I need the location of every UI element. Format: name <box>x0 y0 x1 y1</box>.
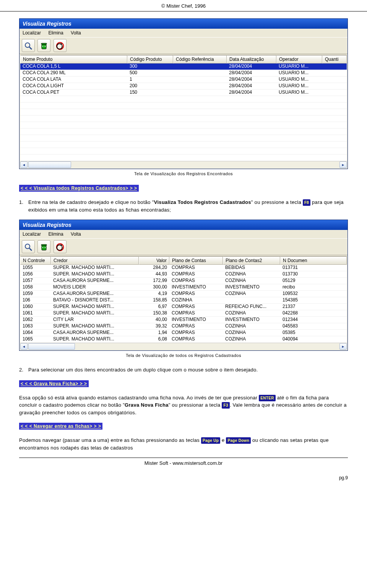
col-valor[interactable]: Valor <box>139 256 169 265</box>
table-row[interactable]: 1060SUPER. MACHADO MARTI...6,97COMPRASRE… <box>20 304 347 310</box>
table-row[interactable]: 1056SUPER. MACHADO MARTI...44,93COMPRASC… <box>20 271 347 278</box>
svg-line-1 <box>29 47 32 49</box>
col-plano-contas2[interactable]: Plano de Contas2 <box>223 256 280 265</box>
menu-elimina[interactable]: Elimina <box>48 231 63 237</box>
localizar-button[interactable] <box>22 240 35 253</box>
table-row[interactable] <box>20 155 347 161</box>
volta-button[interactable] <box>54 39 67 52</box>
section-navegar: < < < Navegar entre as fichas> > > <box>19 423 102 430</box>
scroll-thumb[interactable] <box>28 343 75 350</box>
scroll-right-button[interactable]: ► <box>339 343 347 350</box>
col-credor[interactable]: Credor <box>51 256 139 265</box>
menu-localizar[interactable]: Localizar <box>23 231 41 237</box>
table-row[interactable] <box>20 103 347 109</box>
table-cell: recibo <box>280 284 347 290</box>
table-row[interactable] <box>20 122 347 129</box>
table-cell: 300,00 <box>139 284 169 290</box>
table-row[interactable]: COCA COLA PET15028/04/2004USUARIO M... <box>20 90 347 96</box>
col-n-documen[interactable]: N Documen <box>280 256 347 265</box>
scroll-left-button[interactable]: ◄ <box>20 343 28 350</box>
col-codigo-referencia[interactable]: Código Referência <box>173 55 227 64</box>
col-quanti[interactable]: Quanti <box>322 55 347 64</box>
table-cell: 1059 <box>20 291 51 297</box>
table-row[interactable]: 1057CASA AURORA SUPERME...172,99COMPRASC… <box>20 278 347 284</box>
grid-scrollbar-h[interactable]: ◄ ► <box>20 343 347 350</box>
scroll-track[interactable] <box>75 344 339 349</box>
col-plano-contas[interactable]: Plano de Contas <box>169 256 223 265</box>
scroll-right-button[interactable]: ► <box>339 161 347 168</box>
table-cell: 500 <box>127 70 173 76</box>
table-cell <box>322 116 347 122</box>
table-row[interactable]: 1058MOVEIS LIDER300,00INVESTIMENTOINVEST… <box>20 284 347 291</box>
table-cell: 28/04/2004 <box>227 77 276 83</box>
svg-rect-2 <box>42 44 46 49</box>
table-cell <box>322 109 347 115</box>
table-cell <box>322 155 347 161</box>
scroll-thumb[interactable] <box>28 161 71 168</box>
table-row[interactable]: COCA COLA 1,5 L30028/04/2004USUARIO M... <box>20 64 347 70</box>
table-row[interactable]: COCA COLA LATA128/04/2004USUARIO M... <box>20 77 347 83</box>
table-row[interactable] <box>20 109 347 116</box>
table-row[interactable]: 1063SUPER. MACHADO MARTI...39,32COMPRASC… <box>20 323 347 330</box>
table-cell: COMPRAS <box>169 271 223 277</box>
col-operador[interactable]: Operador <box>276 55 322 64</box>
table-cell: 1061 <box>20 310 51 316</box>
table-cell: SUPER. MACHADO MARTI... <box>51 310 139 316</box>
table-row[interactable] <box>20 96 347 103</box>
menu-volta[interactable]: Volta <box>71 30 81 36</box>
menu-volta[interactable]: Volta <box>71 231 81 237</box>
table-cell <box>227 109 276 115</box>
table-cell <box>127 116 173 122</box>
table-cell: CASA AURORA SUPERME... <box>51 278 139 284</box>
table-cell: 39,32 <box>139 323 169 329</box>
table-row[interactable] <box>20 148 347 155</box>
scroll-left-button[interactable]: ◄ <box>20 161 28 168</box>
svg-point-5 <box>45 46 46 47</box>
bold-text: Grava Nova Ficha <box>125 402 169 408</box>
text: " ou pressione a tecla <box>251 199 303 205</box>
col-data-atualizacao[interactable]: Data Atualização <box>227 55 276 64</box>
menu-elimina[interactable]: Elimina <box>48 30 63 36</box>
menu-localizar[interactable]: Localizar <box>23 30 41 36</box>
localizar-button[interactable] <box>22 39 35 52</box>
table-cell <box>173 142 227 148</box>
col-nome-produto[interactable]: Nome Produto <box>20 55 127 64</box>
table-cell: 1057 <box>20 278 51 284</box>
table-row[interactable]: 1055SUPER. MACHADO MARTI...284,20COMPRAS… <box>20 265 347 271</box>
table-row[interactable]: COCA COLA 290 ML50028/04/2004USUARIO M..… <box>20 70 347 77</box>
table-row[interactable]: 1065SUPER. MACHADO MARTI...6,08COMPRASCO… <box>20 336 347 343</box>
scroll-track[interactable] <box>71 162 339 168</box>
back-arrow-icon <box>55 243 65 252</box>
table-row[interactable]: 1059CASA AURORA SUPERME...4,19COMPRASCOZ… <box>20 291 347 297</box>
instruction-2: 2. Para selecionar um dos itens encontra… <box>19 366 348 374</box>
table-row[interactable] <box>20 135 347 142</box>
col-codigo-produto[interactable]: Código Produto <box>127 55 173 64</box>
table-row[interactable]: 1062CITY LAR40,00INVESTIMENTOINVESTIMENT… <box>20 317 347 323</box>
table-cell <box>173 103 227 109</box>
table-cell: COZINHA <box>223 323 280 329</box>
table-cell <box>227 103 276 109</box>
table-cell: 284,20 <box>139 265 169 271</box>
table-cell: COMPRAS <box>169 265 223 271</box>
table-row[interactable]: 1064CASA AURORA SUPERME...1,94COMPRASCOZ… <box>20 330 347 336</box>
table-cell <box>127 135 173 141</box>
table-cell: 040094 <box>280 336 347 342</box>
table-row[interactable] <box>20 129 347 135</box>
table-cell: USUARIO M... <box>276 83 322 89</box>
table-row[interactable]: 1061SUPER. MACHADO MARTI...150,38COMPRAS… <box>20 310 347 317</box>
instruction-1: 1. Entre na tela de cadastro desejado e … <box>19 199 348 213</box>
volta-button[interactable] <box>54 240 67 253</box>
table-row[interactable]: 106BATAVO - DISNORTE DIST...158,85COZINH… <box>20 297 347 304</box>
elimina-button[interactable] <box>37 39 50 52</box>
elimina-button[interactable] <box>37 240 50 253</box>
table-cell: REFEICAO FUNC... <box>223 304 280 310</box>
table-cell: COMPRAS <box>169 323 223 329</box>
col-n-controle[interactable]: N Controle <box>20 256 51 265</box>
table-cell <box>276 122 322 128</box>
table-row[interactable] <box>20 142 347 148</box>
table-row[interactable] <box>20 116 347 122</box>
table-row[interactable]: COCA COLA LIGHT20028/04/2004USUARIO M... <box>20 83 347 90</box>
table-cell: 28/04/2004 <box>227 64 276 70</box>
grid-scrollbar-h[interactable]: ◄ ► <box>20 161 347 168</box>
window-menubar: Localizar Elimina Volta <box>19 230 348 238</box>
